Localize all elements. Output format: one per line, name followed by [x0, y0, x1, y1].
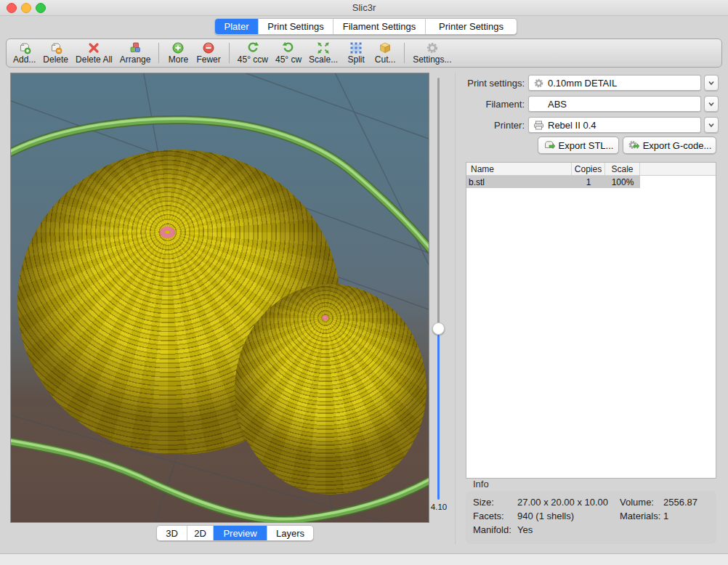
rotate-cw-icon	[282, 41, 295, 54]
volume-value: 2556.87	[663, 497, 697, 508]
view-tab-bar: 3D 2D Preview Layers	[156, 525, 314, 541]
delete-all-icon	[87, 41, 100, 54]
window-title: Slic3r	[0, 2, 728, 13]
toolbar-button-label: Settings...	[413, 54, 451, 65]
gear-icon	[426, 41, 439, 54]
export-gcode-icon	[628, 139, 639, 151]
cut-icon	[379, 41, 392, 54]
panel-divider	[455, 73, 456, 545]
tab-filament-settings[interactable]: Filament Settings	[333, 19, 426, 34]
rotate-ccw-button[interactable]: 45° ccw	[238, 41, 268, 65]
rotate-cw-button[interactable]: 45° cw	[275, 41, 302, 65]
status-bar	[0, 554, 728, 565]
toolbar-button-label: Scale...	[309, 54, 338, 65]
tab-print-settings[interactable]: Print Settings	[259, 19, 333, 34]
layer-slider-value: 4.10	[424, 503, 453, 511]
layer-slider-track-lower[interactable]	[437, 335, 440, 500]
chevron-down-icon	[707, 99, 716, 108]
size-label: Size:	[473, 497, 494, 508]
export-stl-icon	[543, 139, 555, 151]
cell-scale: 100%	[605, 176, 640, 188]
tab-preview[interactable]: Preview	[214, 526, 267, 540]
print-settings-value: 0.10mm DETAIL	[548, 78, 617, 89]
layer-slider-track-upper[interactable]	[437, 78, 440, 325]
toolbar-button-label: 45° ccw	[238, 54, 268, 65]
toolbar-separator	[404, 43, 405, 63]
manifold-label: Manifold:	[473, 524, 511, 535]
toolbar-button-label: Fewer	[196, 54, 220, 65]
chevron-down-icon	[707, 121, 716, 129]
tab-layers[interactable]: Layers	[267, 526, 313, 540]
size-value: 27.00 x 20.00 x 10.00	[517, 497, 608, 508]
printer-value: Rebel II 0.4	[548, 120, 596, 131]
gear-icon	[533, 78, 544, 89]
column-header-copies[interactable]: Copies	[572, 163, 605, 175]
manifold-value: Yes	[517, 524, 533, 535]
column-header-scale[interactable]: Scale	[605, 163, 640, 175]
toolbar-separator	[229, 43, 230, 63]
more-button[interactable]: More	[167, 41, 189, 65]
print-settings-dropdown-button[interactable]	[704, 75, 719, 91]
volume-label: Volume:	[620, 497, 654, 508]
title-bar: Slic3r	[0, 0, 728, 16]
split-icon	[349, 41, 363, 54]
materials-value: 1	[663, 511, 668, 521]
toolbar-button-label: Delete All	[76, 54, 113, 65]
layer-slider-thumb[interactable]	[432, 322, 445, 335]
printer-label: Printer:	[407, 120, 525, 131]
settings-button[interactable]: Settings...	[413, 41, 451, 65]
export-stl-label: Export STL...	[559, 140, 614, 151]
facets-label: Facets:	[473, 511, 504, 521]
toolbar-button-label: Arrange	[120, 54, 151, 65]
cut-button[interactable]: Cut...	[374, 41, 396, 65]
filament-combo[interactable]: ABS	[528, 96, 701, 112]
main-tab-bar: Plater Print Settings Filament Settings …	[214, 18, 517, 35]
fewer-icon	[202, 41, 215, 54]
arrange-icon	[129, 41, 142, 54]
scale-icon	[317, 41, 330, 54]
printer-dropdown-button[interactable]	[704, 117, 719, 133]
export-stl-button[interactable]: Export STL...	[538, 137, 619, 154]
arrange-button[interactable]: Arrange	[120, 41, 151, 65]
object-list: Name Copies Scale b.stl 1 100%	[466, 162, 716, 479]
printer-combo[interactable]: Rebel II 0.4	[528, 117, 701, 133]
seam-marker-large	[160, 227, 175, 238]
cell-copies: 1	[572, 176, 605, 188]
facets-value: 940 (1 shells)	[517, 511, 574, 521]
tab-2d[interactable]: 2D	[187, 526, 214, 540]
info-section-title: Info	[473, 479, 489, 489]
tab-printer-settings[interactable]: Printer Settings	[426, 19, 517, 34]
tab-3d[interactable]: 3D	[157, 526, 187, 540]
print-settings-combo[interactable]: 0.10mm DETAIL	[528, 75, 701, 91]
column-header-filler	[640, 163, 716, 175]
seam-marker-small	[322, 315, 328, 320]
toolbar-button-label: Add...	[13, 54, 36, 65]
print-settings-label: Print settings:	[407, 78, 525, 89]
object-add-icon	[18, 41, 31, 54]
delete-all-button[interactable]: Delete All	[76, 41, 113, 65]
toolbar-button-label: Split	[347, 54, 364, 65]
3d-viewport[interactable]	[10, 73, 429, 523]
scale-button[interactable]: Scale...	[309, 41, 338, 65]
rotate-ccw-icon	[246, 41, 259, 54]
column-header-name[interactable]: Name	[466, 163, 572, 175]
model-small-dome[interactable]	[235, 284, 426, 495]
chevron-down-icon	[707, 78, 716, 87]
object-delete-icon	[49, 41, 62, 54]
filament-dropdown-button[interactable]	[704, 96, 719, 112]
toolbar: Add... Delete Delete All Arrange More Fe…	[6, 38, 722, 68]
delete-button[interactable]: Delete	[43, 41, 68, 65]
fewer-button[interactable]: Fewer	[196, 41, 220, 65]
toolbar-button-label: Cut...	[375, 54, 396, 65]
tab-plater[interactable]: Plater	[215, 19, 259, 34]
toolbar-button-label: 45° cw	[275, 54, 302, 65]
toolbar-button-label: Delete	[43, 54, 68, 65]
toolbar-separator	[158, 43, 159, 63]
more-icon	[171, 41, 185, 54]
printer-icon	[533, 120, 544, 131]
add-button[interactable]: Add...	[13, 41, 36, 65]
split-button[interactable]: Split	[345, 41, 367, 65]
cell-name: b.stl	[466, 176, 572, 188]
table-row[interactable]: b.stl 1 100%	[466, 176, 716, 188]
export-gcode-button[interactable]: Export G-code...	[623, 137, 716, 154]
